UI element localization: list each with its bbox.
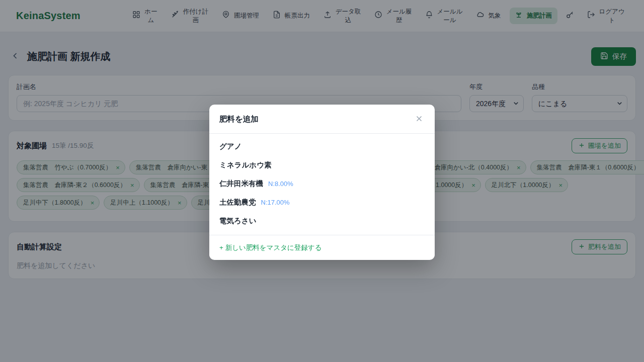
fertilizer-list-item[interactable]: ミネラルホウ素 [209,156,435,174]
fertilizer-name: 仁井田米有機 [219,179,263,189]
modal-footer: + 新しい肥料をマスタに登録する [209,235,435,260]
fertilizer-list-item[interactable]: 土佐勤農党 N:17.00% [209,193,435,212]
fertilizer-name: ミネラルホウ素 [219,160,272,170]
fertilizer-list-item[interactable]: グアノ [209,137,435,156]
fertilizer-name: 電気ろさい [219,216,257,226]
fertilizer-list: グアノ ミネラルホウ素 仁井田米有機 N:8.00% 土佐勤農党 N:17.00… [209,134,435,235]
modal-title: 肥料を追加 [219,114,259,125]
modal-header: 肥料を追加 [209,105,435,134]
close-icon [415,114,424,125]
fertilizer-list-item[interactable]: 電気ろさい [209,212,435,230]
fertilizer-list-item[interactable]: 仁井田米有機 N:8.00% [209,174,435,193]
register-new-fertilizer-link[interactable]: + 新しい肥料をマスタに登録する [219,243,321,252]
fertilizer-name: 土佐勤農党 [219,198,256,207]
fertilizer-n-value: N:8.00% [268,180,293,188]
fertilizer-name: グアノ [219,142,242,151]
fertilizer-n-value: N:17.00% [261,199,290,206]
add-fertilizer-modal: 肥料を追加 グアノ ミネラルホウ素 仁井田米有機 N:8.00% 土佐勤農党 N… [209,105,435,260]
modal-close-button[interactable] [414,113,425,126]
